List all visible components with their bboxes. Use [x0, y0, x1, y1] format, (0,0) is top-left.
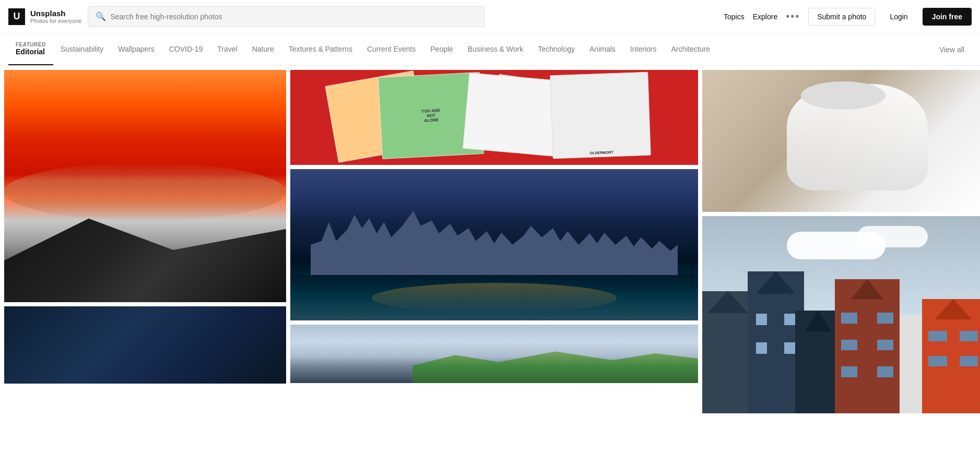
photo-landscape[interactable] [290, 325, 699, 383]
topics-nav: FEATURED Editorial Sustainability Wallpa… [0, 33, 980, 66]
col-right [702, 70, 980, 413]
photo-grid: YOU ARENOTALONE OLDERMORT [0, 66, 980, 418]
explore-link[interactable]: Explore [753, 13, 777, 21]
search-bar[interactable]: 🔍 [88, 6, 485, 27]
topics-link[interactable]: Topics [724, 13, 745, 21]
col-center: YOU ARENOTALONE OLDERMORT [290, 70, 699, 383]
nav-people[interactable]: People [423, 37, 461, 63]
editorial-label: Editorial [16, 47, 46, 56]
header-nav: Topics Explore ••• Submit a photo Login … [724, 8, 972, 26]
nav-editorial[interactable]: FEATURED Editorial [8, 33, 53, 65]
view-all-link[interactable]: View all [932, 37, 972, 62]
photo-amsterdam[interactable] [702, 216, 980, 413]
nav-nature[interactable]: Nature [245, 37, 281, 63]
photo-cards[interactable]: YOU ARENOTALONE OLDERMORT [290, 70, 699, 165]
more-button[interactable]: ••• [786, 10, 800, 22]
logo[interactable]: U Unsplash Photos for everyone [8, 8, 81, 25]
nav-technology[interactable]: Technology [530, 37, 582, 63]
photo-navy[interactable] [4, 306, 286, 384]
featured-label: FEATURED [16, 42, 46, 47]
photo-sunset[interactable] [4, 70, 286, 302]
site-tagline: Photos for everyone [30, 18, 81, 24]
logo-text: Unsplash Photos for everyone [30, 9, 81, 24]
col-left [4, 70, 286, 384]
join-button[interactable]: Join free [923, 8, 972, 26]
nav-current-events[interactable]: Current Events [360, 37, 423, 63]
login-button[interactable]: Login [883, 8, 914, 25]
nav-interiors[interactable]: Interiors [623, 37, 664, 63]
nav-covid19[interactable]: COVID-19 [162, 37, 210, 63]
nav-sustainability[interactable]: Sustainability [53, 37, 111, 63]
nav-business-work[interactable]: Business & Work [461, 37, 530, 63]
search-icon: 🔍 [96, 11, 106, 21]
photo-city-skyline[interactable] [290, 169, 699, 320]
site-name: Unsplash [30, 9, 81, 18]
nav-animals[interactable]: Animals [582, 37, 623, 63]
logo-icon: U [8, 8, 25, 25]
nav-textures-patterns[interactable]: Textures & Patterns [281, 37, 360, 63]
nav-travel[interactable]: Travel [210, 37, 244, 63]
nav-wallpapers[interactable]: Wallpapers [111, 37, 162, 63]
header: U Unsplash Photos for everyone 🔍 Topics … [0, 0, 980, 33]
search-input[interactable] [110, 13, 477, 21]
submit-photo-button[interactable]: Submit a photo [808, 8, 875, 26]
nav-architecture[interactable]: Architecture [664, 37, 717, 63]
photo-woman[interactable] [702, 70, 980, 212]
